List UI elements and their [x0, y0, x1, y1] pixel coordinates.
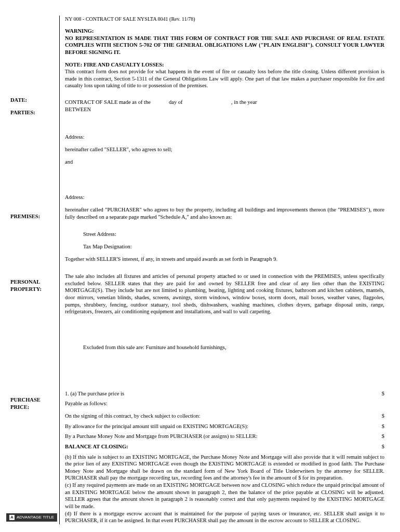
warning-body: NO REPRESENTATION IS MADE THAT THIS FORM… — [65, 35, 384, 56]
currency-symbol: $ — [382, 390, 384, 397]
premises-label: PREMISES: — [10, 213, 55, 220]
street-address-label: Street Address: — [65, 231, 384, 238]
clause-b: (b) If this sale is subject to an EXISTI… — [65, 454, 384, 482]
note-title: NOTE: FIRE AND CASUALTY LOSSES: — [65, 61, 384, 69]
money-note-line: By a Purchase Money Note and Mortgage fr… — [65, 433, 257, 440]
contract-date-line: CONTRACT OF SALE made as of the day of ,… — [65, 99, 384, 106]
advantage-logo-icon: A — [9, 515, 15, 520]
advantage-title-text: ADVANTAGE TITLE — [17, 515, 54, 520]
seller-address-label: Address: — [65, 134, 384, 141]
personal-property-label: PERSONAL PROPERTY: — [10, 278, 55, 292]
and-text: and — [65, 158, 384, 166]
tax-map-label: Tax Map Designation: — [65, 243, 384, 250]
together-clause: Together with SELLER'S interest, if any,… — [65, 256, 384, 263]
purchaser-clause: hereinafter called "PURCHASER" who agree… — [65, 206, 384, 220]
currency-symbol: $ — [382, 443, 384, 450]
personal-property-body: The sale also includes all fixtures and … — [65, 273, 384, 315]
contract-made-text: CONTRACT OF SALE made as of the — [65, 99, 169, 106]
purchase-price-label: PURCHASE PRICE: — [10, 396, 55, 410]
currency-symbol: $ — [382, 413, 384, 420]
currency-symbol: $ — [382, 433, 384, 440]
clause-c: (c) If any required payments are made on… — [65, 482, 384, 510]
excluded-items: Excluded from this sale are: Furniture a… — [65, 344, 384, 351]
parties-label: PARTIES: — [10, 109, 55, 116]
purchase-price-line: 1. (a) The purchase price is — [65, 390, 124, 397]
allowance-line: By allowance for the principal amount st… — [65, 423, 248, 430]
purchaser-address-label: Address: — [65, 194, 384, 201]
signing-line: On the signing of this contract, by chec… — [65, 413, 200, 420]
warning-title: WARNING: — [65, 28, 384, 35]
balance-title: BALANCE AT CLOSING: — [65, 443, 128, 450]
date-label: DATE: — [10, 97, 55, 104]
day-of-text: day of — [169, 99, 231, 106]
seller-clause: hereinafter called "SELLER", who agrees … — [65, 146, 384, 153]
currency-symbol: $ — [382, 423, 384, 430]
note-body: This contract form does not provide for … — [65, 68, 384, 89]
between-text: BETWEEN — [65, 106, 384, 113]
clause-d: (d) If there is a mortgage escrow accoun… — [65, 510, 384, 524]
advantage-title-badge: A ADVANTAGE TITLE — [6, 513, 57, 522]
payable-text: Payable as follows: — [65, 400, 384, 407]
form-id: NY 008 - CONTRACT OF SALE NYSLTA 8041 (R… — [65, 16, 384, 22]
in-year-text: , in the year — [231, 99, 309, 106]
